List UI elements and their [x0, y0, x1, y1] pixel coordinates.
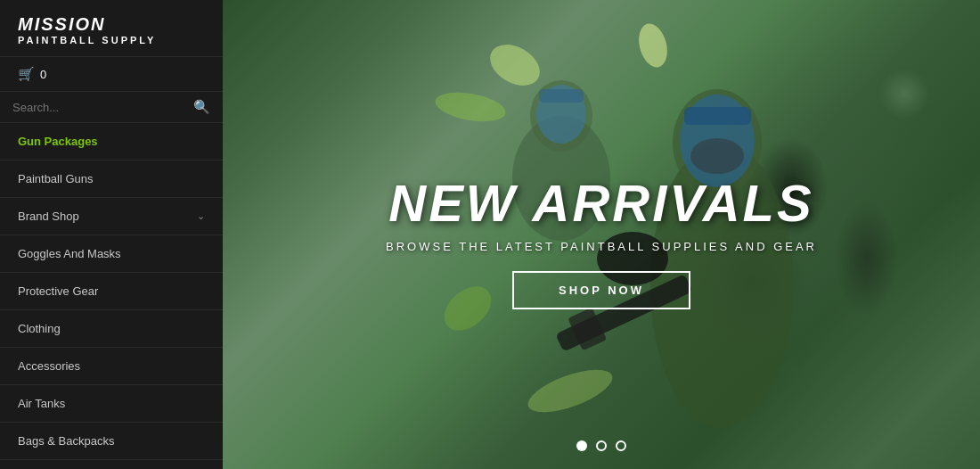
sidebar-nav-label: Protective Gear — [18, 284, 98, 298]
cart-icon: 🛒 — [18, 66, 35, 82]
sidebar: MISSION PAINTBALL SUPPLY 🛒 0 🔍 Gun Packa… — [0, 0, 223, 469]
sidebar-nav-item-goggles-and-masks[interactable]: Goggles and Masks — [0, 235, 223, 273]
chevron-down-icon: ⌄ — [197, 210, 205, 222]
hero-title: NEW ARRIVALS — [388, 177, 813, 229]
logo-container: MISSION PAINTBALL SUPPLY — [0, 0, 223, 57]
cart-count: 0 — [40, 68, 46, 81]
sidebar-nav-item-air-tanks[interactable]: Air Tanks — [0, 385, 223, 423]
sidebar-nav-label: Clothing — [18, 322, 61, 335]
search-bar: 🔍 — [0, 92, 223, 123]
search-icon[interactable]: 🔍 — [193, 99, 210, 115]
sidebar-nav-label: Accessories — [18, 359, 80, 373]
sidebar-nav-item-clothing[interactable]: Clothing — [0, 310, 223, 348]
nav-menu: Gun PackagesPaintball GunsBrand Shop⌄Gog… — [0, 123, 223, 469]
shop-now-button[interactable]: SHOP NOW — [512, 271, 690, 309]
sidebar-nav-item-gun-packages[interactable]: Gun Packages — [0, 123, 223, 160]
sidebar-nav-item-accessories[interactable]: Accessories — [0, 348, 223, 385]
sidebar-nav-item-paintball-guns[interactable]: Paintball Guns — [0, 160, 223, 198]
sidebar-nav-label: Paintball Guns — [18, 172, 94, 185]
sidebar-nav-item-brand-shop[interactable]: Brand Shop⌄ — [0, 198, 223, 235]
carousel-dots — [576, 440, 626, 451]
search-input[interactable] — [12, 101, 193, 114]
sidebar-nav-label: Brand Shop — [18, 210, 79, 223]
sidebar-nav-item-protective-gear[interactable]: Protective Gear — [0, 273, 223, 310]
sidebar-nav-label: Air Tanks — [18, 397, 65, 410]
sidebar-nav-item-bags-&-backpacks[interactable]: Bags & Backpacks — [0, 423, 223, 460]
hero-subtitle: BROWSE THE LATEST PAINTBALL SUPPLIES AND… — [386, 240, 817, 253]
carousel-dot-2[interactable] — [596, 440, 607, 451]
sidebar-nav-label: Bags & Backpacks — [18, 434, 114, 448]
cart-bar[interactable]: 🛒 0 — [0, 57, 223, 92]
logo-subtitle: PAINTBALL SUPPLY — [18, 35, 205, 45]
logo-title: MISSION — [18, 14, 205, 34]
carousel-dot-1[interactable] — [576, 440, 587, 451]
sidebar-nav-item-specials-and-sale[interactable]: Specials and Sale — [0, 460, 223, 469]
sidebar-nav-label: Goggles and Masks — [18, 247, 121, 260]
carousel-dot-3[interactable] — [616, 440, 626, 451]
hero-text-container: NEW ARRIVALS BROWSE THE LATEST PAINTBALL… — [386, 177, 817, 309]
sidebar-nav-label: Gun Packages — [18, 135, 98, 148]
main-content: NEW ARRIVALS BROWSE THE LATEST PAINTBALL… — [223, 0, 980, 469]
hero-banner: NEW ARRIVALS BROWSE THE LATEST PAINTBALL… — [223, 0, 980, 469]
